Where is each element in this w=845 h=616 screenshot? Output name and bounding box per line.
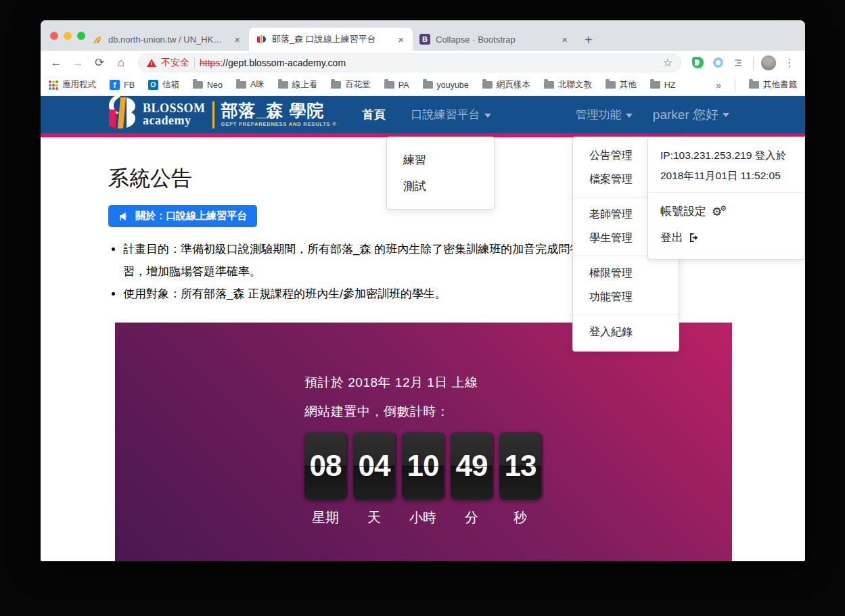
bookmark-label: PA (398, 80, 409, 90)
close-tab-icon[interactable]: × (559, 34, 570, 45)
security-warning-icon[interactable]: ! (147, 59, 156, 67)
back-icon[interactable]: ← (47, 54, 65, 72)
bootstrap-icon: B (419, 34, 430, 45)
bookmark-folder-hz[interactable]: HZ (650, 80, 676, 90)
security-warning-label[interactable]: 不安全 (161, 57, 189, 69)
browser-window: db.north-union.tw / UN_HK01 / × 部落_森 口說線… (41, 20, 805, 561)
new-tab-button[interactable]: + (576, 32, 601, 51)
site-navbar: BLOSSOMacademy 部落_森 學院 GEPT PREPAREDNESS… (41, 96, 805, 133)
other-bookmarks-folder[interactable]: 其他書籤 (749, 79, 797, 91)
chevron-down-icon (723, 113, 729, 117)
bookmark-label: Neo (207, 80, 223, 90)
gears-icon: ⚙⚙ (712, 205, 727, 218)
nav-home-link[interactable]: 首頁 (363, 107, 386, 122)
bookmark-folder-other[interactable]: 其他 (606, 79, 637, 91)
bookmark-folder-baihuatang[interactable]: 百花堂 (331, 79, 371, 91)
brand-divider (212, 101, 214, 128)
chip-divider (194, 57, 195, 68)
login-ip-text: IP:103.231.253.219 登入於 (648, 145, 804, 166)
tab-phpmyadmin[interactable]: db.north-union.tw / UN_HK01 / × (85, 28, 249, 51)
menu-item-practice[interactable]: 練習 (387, 147, 494, 173)
bookmark-label: 應用程式 (62, 79, 96, 91)
chevron-down-icon (626, 114, 633, 118)
announcement-list: 計畫目的：準備初級口說測驗期間，所有部落_森 的班內生除了密集訓練班的加音完成問… (123, 238, 600, 305)
under-construction-text: 網站建置中，倒數計時： (304, 403, 543, 421)
nav-practice-dropdown[interactable]: 口說練習平台 (411, 107, 491, 122)
bookmarks-overflow-icon[interactable]: » (716, 80, 721, 91)
tab-bootstrap-docs[interactable]: B Collapse · Bootstrap × (413, 28, 576, 51)
bookmark-label: 百花堂 (345, 79, 371, 91)
countdown-hours-card: 10 (402, 432, 444, 500)
bookmark-label: 其他書籤 (763, 79, 797, 91)
countdown-labels: 星期 天 小時 分 秒 (304, 508, 543, 527)
bookmark-label: 其他 (620, 79, 637, 91)
address-bar[interactable]: ! 不安全 https://gept.blossom-academy.com ☆ (138, 53, 681, 72)
menu-item-account-settings[interactable]: 帳號設定 ⚙⚙ (648, 198, 804, 224)
evernote-extension-icon[interactable] (689, 55, 706, 71)
bookmark-folder-beilian[interactable]: 北聯文教 (544, 79, 592, 91)
close-tab-icon[interactable]: × (396, 34, 406, 45)
countdown-panel: 預計於 2018年 12月 1日 上線 網站建置中，倒數計時： 08 04 10… (115, 323, 732, 561)
facebook-icon: f (110, 80, 120, 90)
reload-icon[interactable]: ⟳ (91, 54, 108, 72)
lines-extension-icon[interactable] (730, 55, 746, 71)
bookmark-folder-templates[interactable]: 網頁樣本 (482, 79, 530, 91)
url-text: https://gept.blossom-academy.com (200, 57, 346, 68)
megaphone-icon (118, 211, 129, 222)
bookmark-mail[interactable]: O 信箱 (148, 79, 179, 91)
forward-icon[interactable]: → (69, 54, 87, 72)
menu-item-login-records[interactable]: 登入紀錄 (573, 321, 679, 344)
countdown-minutes-card: 49 (451, 432, 493, 500)
chrome-menu-icon[interactable]: ⋮ (781, 54, 798, 72)
blossom-logo-icon[interactable] (105, 95, 136, 133)
countdown-days-card: 04 (353, 432, 395, 500)
folder-icon (236, 81, 246, 89)
blue-ring-extension-icon[interactable] (710, 55, 726, 71)
bookmark-label: HZ (664, 80, 676, 90)
close-window-button[interactable] (50, 32, 58, 40)
folder-icon (193, 81, 203, 89)
folder-icon (423, 81, 433, 89)
nav-admin-dropdown[interactable]: 管理功能 (576, 107, 633, 122)
bookmark-folder-ami[interactable]: A咪 (236, 79, 265, 91)
home-icon[interactable]: ⌂ (112, 54, 130, 72)
bookmark-folder-youyube[interactable]: youyube (423, 80, 469, 90)
bookmark-label: A咪 (250, 79, 265, 91)
bookmark-fb[interactable]: f FB (110, 80, 135, 90)
brand-english[interactable]: BLOSSOMacademy (143, 103, 206, 126)
zoom-window-button[interactable] (77, 32, 85, 40)
practice-dropdown-menu: 練習 測試 (386, 137, 495, 210)
about-platform-button[interactable]: 關於：口說線上練習平台 (108, 205, 257, 227)
countdown-cards: 08 04 10 49 13 (304, 432, 543, 500)
folder-icon (749, 81, 759, 89)
nav-user-dropdown[interactable]: parker 您好 (653, 106, 729, 124)
countdown-weeks-card: 08 (304, 432, 346, 500)
chevron-down-icon (484, 114, 491, 118)
tab-gept-platform[interactable]: 部落_森 口說線上練習平台 × (249, 28, 413, 51)
countdown-seconds-card: 13 (499, 432, 541, 500)
tab-title: Collapse · Bootstrap (436, 34, 554, 45)
menu-item-logout[interactable]: 登出 (648, 224, 804, 251)
bookmark-label: youyube (437, 80, 469, 90)
menu-item-test[interactable]: 測試 (387, 173, 494, 199)
menu-item-functions[interactable]: 功能管理 (573, 285, 679, 309)
bookmark-apps[interactable]: 應用程式 (49, 79, 96, 91)
bookmark-star-icon[interactable]: ☆ (663, 56, 672, 69)
bookmark-folder-watch[interactable]: 線上看 (278, 79, 318, 91)
menu-item-permissions[interactable]: 權限管理 (573, 262, 679, 285)
brand-chinese[interactable]: 部落_森 學院 GEPT PREPAREDNESS AND RESULTS ® (221, 102, 337, 127)
blossom-site-icon (256, 34, 267, 45)
bookmark-folder-pa[interactable]: PA (384, 80, 409, 90)
browser-toolbar: ← → ⟳ ⌂ ! 不安全 https://gept.blossom-acade… (41, 51, 805, 74)
apps-grid-icon (49, 80, 58, 90)
login-time-text: 2018年11月01日 11:52:05 (648, 166, 804, 186)
profile-avatar[interactable] (760, 55, 777, 71)
sign-out-icon (689, 232, 700, 243)
minimize-window-button[interactable] (64, 32, 72, 40)
close-tab-icon[interactable]: × (232, 34, 242, 45)
outlook-icon: O (148, 80, 158, 90)
toolbar-divider (753, 57, 754, 69)
bookmark-folder-neo[interactable]: Neo (193, 80, 223, 90)
brand-tagline: GEPT PREPAREDNESS AND RESULTS ® (221, 121, 337, 127)
bookmark-label: 北聯文教 (558, 79, 592, 91)
